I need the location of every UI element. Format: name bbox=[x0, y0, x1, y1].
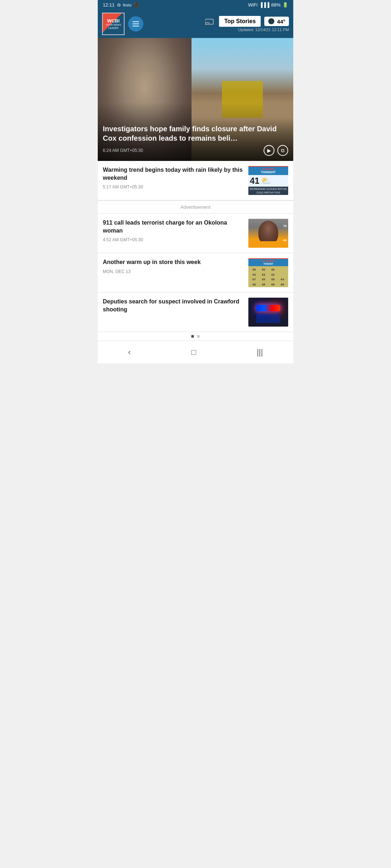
temperature-value: 44° bbox=[277, 18, 285, 25]
status-bar: 12:11 ⊖ firetv ⬛ WiFi ▐▐▐ 88% 🔋 bbox=[98, 0, 293, 10]
news-timestamp: 4:52 AM GMT+05:30 bbox=[103, 237, 244, 242]
news-thumbnail-police bbox=[248, 298, 288, 327]
updated-timestamp: Updated: 12/14/21 12:11 PM bbox=[238, 27, 289, 32]
map-card: ET ALERT TODAY 59 60 60 64 63 62 67 65 6… bbox=[248, 258, 288, 287]
ad-label: Advertisement bbox=[180, 204, 210, 210]
cast-icon[interactable] bbox=[205, 18, 215, 25]
news-headline: 911 call leads terrorist charge for an O… bbox=[103, 219, 244, 234]
status-right: WiFi ▐▐▐ 88% 🔋 bbox=[248, 2, 288, 8]
news-headline: Another warm up in store this week bbox=[103, 258, 244, 266]
news-timestamp: 5:17 AM GMT+05:30 bbox=[103, 184, 244, 190]
map-body: 59 60 60 64 63 62 67 65 65 64 66 68 69 6… bbox=[248, 266, 288, 287]
hero-overlay: Investigators hope family finds closure … bbox=[98, 102, 293, 161]
news-item-911[interactable]: 911 call leads terrorist charge for an O… bbox=[98, 214, 293, 253]
app-header: WCBI YOUR NEWS LEADER Top Stories 🌑 44° bbox=[98, 10, 293, 38]
weather-card: ET ALERT TONIGHT 41 ⛅ INCREASING CLOUDS … bbox=[248, 166, 288, 195]
minus-icon: ⊖ bbox=[117, 2, 121, 8]
weather-temp: 41 bbox=[250, 176, 260, 186]
firetv-icon: firetv bbox=[123, 3, 132, 7]
logo-text: WCBI YOUR NEWS LEADER bbox=[103, 18, 124, 30]
news-thumbnail-weather: ET ALERT TONIGHT 41 ⛅ INCREASING CLOUDS … bbox=[248, 166, 288, 195]
news-headline: Deputies search for suspect involved in … bbox=[103, 298, 244, 313]
news-item-text: Another warm up in store this week MON, … bbox=[103, 258, 244, 274]
status-time: 12:11 bbox=[103, 2, 115, 8]
camera-icon: ⬛ bbox=[134, 2, 139, 8]
share-icon[interactable]: ⧉ bbox=[277, 145, 288, 156]
advertisement-divider: Advertisement bbox=[98, 200, 293, 214]
news-item-text: Deputies search for suspect involved in … bbox=[103, 298, 244, 316]
mugshot-card: 70 60 bbox=[248, 219, 288, 248]
news-item-text: Warming trend begins today with rain lik… bbox=[103, 166, 244, 190]
video-icon[interactable]: ▶ bbox=[264, 145, 274, 156]
header-right: Top Stories 🌑 44° Updated: 12/14/21 12:1… bbox=[147, 16, 289, 32]
news-feed: Warming trend begins today with rain lik… bbox=[98, 161, 293, 332]
temperature-chip[interactable]: 🌑 44° bbox=[264, 17, 289, 26]
police-lights-card bbox=[248, 298, 288, 327]
menu-line-2 bbox=[133, 24, 139, 24]
menu-line-3 bbox=[133, 26, 139, 26]
hero-meta: 6:24 AM GMT+05:30 ▶ ⧉ bbox=[103, 145, 288, 156]
weather-cloud-icon: ⛅ bbox=[261, 176, 271, 186]
header-top-row: Top Stories 🌑 44° bbox=[205, 16, 289, 27]
hero-story[interactable]: Investigators hope family finds closure … bbox=[98, 38, 293, 161]
bottom-navigation: ‹ □ ||| bbox=[98, 341, 293, 363]
weather-tonight-label: ET ALERT TONIGHT bbox=[248, 166, 288, 175]
wifi-icon: WiFi bbox=[248, 2, 257, 8]
news-item-text: 911 call leads terrorist charge for an O… bbox=[103, 219, 244, 242]
news-item-warm-week[interactable]: Another warm up in store this week MON, … bbox=[98, 253, 293, 293]
hero-headline: Investigators hope family finds closure … bbox=[103, 124, 288, 143]
back-button[interactable]: ‹ bbox=[121, 345, 138, 360]
signal-icon: ▐▐▐ bbox=[259, 2, 269, 8]
news-item-weather-warm[interactable]: Warming trend begins today with rain lik… bbox=[98, 161, 293, 200]
pagination-dot-1[interactable] bbox=[191, 335, 194, 338]
pagination-dot-2[interactable] bbox=[197, 335, 200, 338]
news-timestamp: MON, DEC 13 bbox=[103, 269, 244, 274]
battery-icon: 🔋 bbox=[282, 2, 288, 8]
status-left: 12:11 ⊖ firetv ⬛ bbox=[103, 2, 139, 8]
map-header: ET ALERT TODAY bbox=[248, 258, 288, 266]
hero-action-icons: ▶ ⧉ bbox=[264, 145, 288, 156]
pagination bbox=[98, 332, 293, 341]
mugshot-face bbox=[258, 221, 278, 244]
battery-percent: 88% bbox=[271, 2, 281, 8]
news-thumbnail-map: ET ALERT TODAY 59 60 60 64 63 62 67 65 6… bbox=[248, 258, 288, 287]
weather-description: INCREASING CLOUDS NOT AS COLD PATCHY FOG bbox=[248, 187, 288, 195]
weather-icon: 🌑 bbox=[268, 18, 275, 25]
top-stories-button[interactable]: Top Stories bbox=[219, 16, 261, 27]
police-light-bar bbox=[256, 305, 280, 311]
weather-body: 41 ⛅ bbox=[248, 175, 288, 187]
menu-button[interactable] bbox=[128, 16, 143, 31]
wcbi-logo[interactable]: WCBI YOUR NEWS LEADER bbox=[102, 13, 125, 35]
home-button[interactable]: □ bbox=[184, 345, 203, 360]
news-thumbnail-mugshot: 70 60 bbox=[248, 219, 288, 248]
news-item-crawford[interactable]: Deputies search for suspect involved in … bbox=[98, 293, 293, 332]
recent-apps-button[interactable]: ||| bbox=[249, 345, 270, 360]
menu-line-1 bbox=[133, 21, 139, 22]
hero-timestamp: 6:24 AM GMT+05:30 bbox=[103, 148, 143, 153]
news-headline: Warming trend begins today with rain lik… bbox=[103, 166, 244, 182]
